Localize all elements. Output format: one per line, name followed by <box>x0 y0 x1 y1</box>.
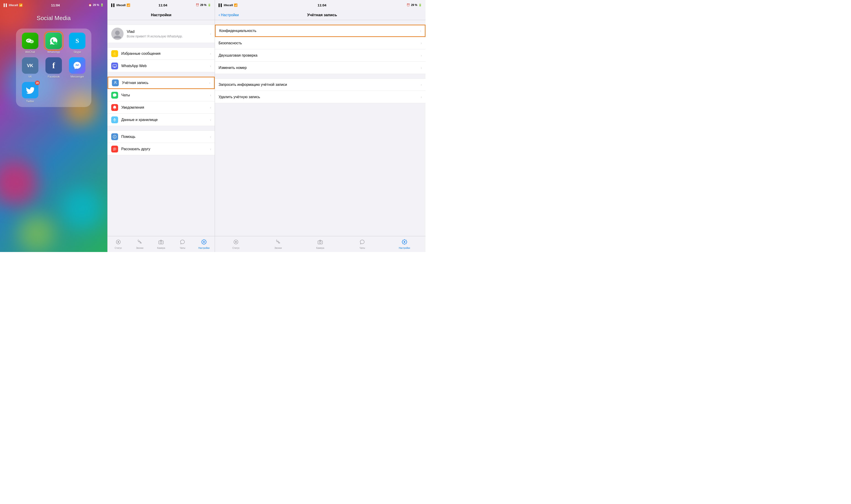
cell-security[interactable]: Безопасность › <box>215 37 425 49</box>
settings-nav-bar: Настройки <box>108 10 215 20</box>
tab-settings[interactable]: Настройки <box>193 239 215 249</box>
svg-rect-20 <box>318 241 322 244</box>
security-chevron: › <box>421 41 422 45</box>
settings-group-1: ⭐ Избранные сообщения › WhatsApp Web › <box>108 48 215 72</box>
app-item-twitter[interactable]: 20 Twitter <box>20 82 40 103</box>
settings-status-bar: ▌▌ lifecell 📶 11:04 ⏰ 29 % 🔋 <box>108 0 215 10</box>
svg-point-6 <box>115 31 120 35</box>
svg-point-3 <box>29 40 34 43</box>
notifications-icon <box>111 104 118 111</box>
profile-group: Vlad Всем привет! Я использую WhatsApp. … <box>108 25 215 43</box>
app-item-vk[interactable]: VK VK <box>20 57 40 78</box>
acctab-status[interactable]: Статус <box>215 239 257 249</box>
svg-point-19 <box>235 241 237 242</box>
changenumber-chevron: › <box>421 66 422 70</box>
settings-alarm: ⏰ <box>196 3 199 6</box>
acctab-status-icon <box>233 239 239 246</box>
alarm-icon: ⏰ <box>88 3 92 6</box>
notifications-label: Уведомления <box>121 106 207 110</box>
cell-share[interactable]: Рассказать другу › <box>108 143 215 155</box>
cell-account[interactable]: Учётная запись › <box>108 77 215 89</box>
settings-signal: ▌▌ lifecell 📶 <box>111 3 130 7</box>
app-item-whatsapp[interactable]: WhatsApp <box>43 33 64 54</box>
share-chevron: › <box>210 147 211 151</box>
skype-icon: S <box>69 33 85 49</box>
cell-whatsappweb[interactable]: WhatsApp Web › <box>108 60 215 72</box>
account-nav-bar: ‹ Настройки Учётная запись <box>215 10 425 20</box>
acctab-calls-label: Звонки <box>274 247 282 249</box>
whatsappweb-chevron: › <box>210 64 211 68</box>
svg-point-7 <box>114 36 121 38</box>
account-status-bar: ▌▌ lifecell 📶 11:04 ⏰ 29 % 🔋 <box>215 0 425 10</box>
svg-text:i: i <box>114 136 115 138</box>
battery-area: ⏰ 29 % 🔋 <box>88 3 104 6</box>
tab-camera[interactable]: Камера <box>150 239 172 249</box>
app-item-wechat[interactable]: WeChat <box>20 33 40 54</box>
profile-info: Vlad Всем привет! Я использую WhatsApp. <box>127 30 207 38</box>
back-chevron-icon: ‹ <box>218 13 220 17</box>
cell-notifications[interactable]: Уведомления › <box>108 101 215 114</box>
account-carrier: lifecell <box>224 3 233 7</box>
cell-data[interactable]: Данные и хранилище › <box>108 114 215 126</box>
data-label: Данные и хранилище <box>121 118 207 122</box>
app-grid: WeChat WhatsApp S Skype <box>20 33 87 103</box>
acctab-camera-icon <box>318 239 323 246</box>
cell-requestinfo[interactable]: Запросить информацию учётной записи › <box>215 78 425 91</box>
notifications-chevron: › <box>210 106 211 109</box>
tab-calls-label: Звонки <box>136 247 143 249</box>
skype-label: Skype <box>73 51 81 54</box>
vk-label: VK <box>28 75 32 78</box>
settings-tab-bar: Статус Звонки Камера Чаты <box>108 236 215 252</box>
settings-group-2: Учётная запись › Чаты › <box>108 77 215 126</box>
share-icon <box>111 146 118 152</box>
account-panel: ▌▌ lifecell 📶 11:04 ⏰ 29 % 🔋 ‹ Настройки… <box>215 0 425 252</box>
settings-signal-bars: ▌▌ <box>111 3 116 7</box>
privacy-chevron: › <box>420 29 421 33</box>
cell-changenumber[interactable]: Изменить номер › <box>215 61 425 74</box>
profile-avatar <box>111 28 124 40</box>
cell-deleteaccount[interactable]: Удалить учётную запись › <box>215 91 425 103</box>
account-tab-bar: Статус Звонки Камера Чаты <box>215 236 425 252</box>
acctab-chats[interactable]: Чаты <box>341 239 383 249</box>
cell-chats[interactable]: Чаты › <box>108 89 215 101</box>
twostep-label: Двухшаговая проверка <box>218 53 418 57</box>
acctab-status-label: Статус <box>232 247 240 249</box>
chats-icon <box>111 92 118 98</box>
tab-camera-label: Камера <box>157 247 165 249</box>
requestinfo-chevron: › <box>421 83 422 87</box>
tab-chats[interactable]: Чаты <box>172 239 193 249</box>
cell-help[interactable]: i Помощь › <box>108 130 215 143</box>
deleteaccount-label: Удалить учётную запись <box>218 95 418 99</box>
settings-batt-pct: 29 % <box>200 3 207 6</box>
tab-camera-icon <box>158 239 164 246</box>
app-item-skype[interactable]: S Skype <box>67 33 87 54</box>
back-button[interactable]: ‹ Настройки <box>218 13 239 17</box>
profile-name: Vlad <box>127 30 207 34</box>
svg-point-15 <box>118 241 119 242</box>
acctab-camera[interactable]: Камера <box>299 239 341 249</box>
twostep-chevron: › <box>421 54 422 57</box>
profile-chevron: › <box>210 32 211 36</box>
deleteaccount-chevron: › <box>421 95 422 99</box>
svg-point-1 <box>28 40 28 41</box>
acctab-settings[interactable]: Настройки <box>384 239 425 249</box>
chats-label: Чаты <box>121 93 207 97</box>
acctab-calls[interactable]: Звонки <box>257 239 299 249</box>
tab-calls[interactable]: Звонки <box>129 239 150 249</box>
account-icon <box>112 79 119 86</box>
twitter-icon: 20 <box>22 82 38 98</box>
app-item-facebook[interactable]: f Facebook <box>43 57 64 78</box>
app-folder: WeChat WhatsApp S Skype <box>16 29 91 107</box>
account-group-2: Запросить информацию учётной записи › Уд… <box>215 78 425 103</box>
profile-cell[interactable]: Vlad Всем привет! Я использую WhatsApp. … <box>108 25 215 43</box>
cell-favorites[interactable]: ⭐ Избранные сообщения › <box>108 48 215 60</box>
cell-twostep[interactable]: Двухшаговая проверка › <box>215 49 425 61</box>
app-item-messenger[interactable]: Messenger <box>67 57 87 78</box>
favorites-chevron: › <box>210 52 211 55</box>
account-wifi: 📶 <box>234 3 237 7</box>
tab-status[interactable]: Статус <box>108 239 129 249</box>
facebook-label: Facebook <box>48 75 60 78</box>
acctab-chats-label: Чаты <box>360 247 365 249</box>
cell-privacy[interactable]: Конфиденциальность › <box>215 25 425 37</box>
account-batt-pct: 29 % <box>411 3 417 6</box>
